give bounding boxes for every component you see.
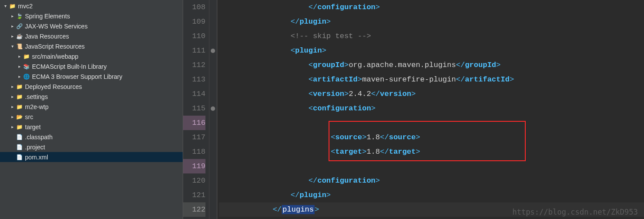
tree-item[interactable]: ▸📂src [0,112,183,122]
chevron-right-icon[interactable]: ▸ [17,64,22,69]
tree-item[interactable]: ▸📁target [0,122,183,132]
code-area[interactable]: </configuration> </plugin> <!-- skip tes… [217,0,644,219]
tree-item-label: Deployed Resources [25,83,82,90]
code-line[interactable]: <source>1.8</source> [219,130,644,145]
chevron-right-icon[interactable]: ▸ [17,54,22,59]
code-line[interactable]: <groupId>org.apache.maven.plugins</group… [219,58,644,72]
xml-icon: 📄 [16,154,23,161]
proj-icon: 📁 [9,3,16,10]
token-bracket: > [416,148,420,156]
line-number: 108 [183,0,205,14]
chevron-right-icon[interactable]: ▸ [10,24,15,29]
tree-item-label: ECMAScript Built-In Library [32,63,106,70]
chevron-right-icon[interactable]: ▸ [10,104,15,110]
code-line[interactable]: <!-- skip test --> [219,29,644,43]
token-bracket: < [331,133,335,141]
token-bracket: > [510,75,514,84]
chevron-right-icon[interactable]: ▸ [10,124,15,130]
token-tag: plugin [300,191,326,199]
code-line[interactable]: </plugin> [219,14,644,29]
token-bracket: < [308,75,313,84]
code-line[interactable]: <configuration> [219,101,644,116]
tree-item[interactable]: ▸📁.settings [0,92,183,102]
token-bracket: </ [371,90,380,98]
line-number: 111 [183,43,205,58]
tree-item-label: m2e-wtp [25,103,49,110]
chevron-down-icon[interactable]: ▾ [3,4,8,9]
line-number: 119 [183,159,205,173]
tree-item[interactable]: ▸📁Deployed Resources [0,81,183,92]
token-tag: configuration [317,177,375,185]
code-editor[interactable]: 1081091101111121131141151161171181191201… [183,0,644,219]
tree-item[interactable]: ▾📜JavaScript Resources [0,41,183,51]
tree-item[interactable]: ▸🌐ECMA 3 Browser Support Library [0,71,183,81]
tree-item-label: mvc2 [18,3,32,10]
code-line[interactable]: </configuration> [219,0,644,14]
token-tag: version [380,90,411,98]
chevron-down-icon[interactable]: ▾ [10,44,15,49]
token-tag: groupId [313,61,344,69]
folder-icon: 📁 [16,93,23,100]
gutter-marker-icon [211,49,215,53]
code-line[interactable] [219,159,644,173]
code-line[interactable]: <artifactId>maven-surefire-plugin</artif… [219,72,644,87]
line-number: 110 [183,29,205,43]
code-line[interactable]: </build> [219,217,644,219]
token-bracket: </ [290,191,299,199]
lib-icon: 📚 [23,63,30,70]
token-bracket: > [375,177,380,185]
chevron-right-icon[interactable]: ▸ [10,94,15,99]
line-number: 120 [183,173,205,188]
token-bracket: < [308,61,313,69]
token-bracket: > [344,61,349,69]
code-line[interactable]: </configuration> [219,173,644,188]
code-line[interactable] [219,116,644,130]
js-icon: 📜 [16,43,23,50]
token-bracket: </ [380,148,389,156]
line-number: 109 [183,14,205,29]
tree-item[interactable]: 📄pom.xml [0,152,183,162]
token-bracket: </ [308,3,317,11]
token-tag: plugin [295,46,322,55]
chevron-right-icon[interactable]: ▸ [10,84,15,89]
line-number: 115 [183,101,205,116]
chevron-right-icon[interactable]: ▸ [10,34,15,39]
token-bracket: > [416,133,420,141]
tree-item-label: target [25,124,41,131]
tree-item[interactable]: 📄.classpath [0,132,183,142]
tree-item-label: .settings [25,93,48,100]
code-line[interactable]: <plugin> [219,43,644,58]
tree-item[interactable]: ▸📚ECMAScript Built-In Library [0,61,183,71]
token-tag: version [313,90,344,98]
tree-item[interactable]: 📄.project [0,142,183,152]
token-tag: target [335,148,362,156]
token-bracket: < [331,148,335,156]
token-bracket: > [315,205,319,214]
chevron-right-icon[interactable]: ▸ [17,74,22,79]
token-bracket: </ [456,61,465,69]
chevron-right-icon[interactable]: ▸ [10,114,15,120]
token-text: 1.8 [367,148,380,156]
tree-item[interactable]: ▸🔗JAX-WS Web Services [0,21,183,31]
tree-item-label: Java Resources [25,33,69,40]
tree-item[interactable]: ▸☕Java Resources [0,31,183,41]
tree-item[interactable]: ▸📁src/main/webapp [0,51,183,61]
tree-item[interactable]: ▸🍃Spring Elements [0,11,183,21]
line-number: 118 [183,145,205,159]
tree-item[interactable]: ▾📁mvc2 [0,1,183,11]
tree-item-label: src/main/webapp [32,53,78,60]
token-bracket: </ [290,18,299,26]
code-line[interactable]: <target>1.8</target> [219,145,644,159]
token-text: org.apache.maven.plugins [349,61,456,69]
project-explorer[interactable]: ▾📁mvc2▸🍃Spring Elements▸🔗JAX-WS Web Serv… [0,0,183,219]
token-tag: target [389,148,416,156]
folder-icon: 📁 [16,83,23,90]
token-bracket: > [375,3,380,11]
chevron-right-icon[interactable]: ▸ [10,14,15,19]
jax-icon: 🔗 [16,23,23,30]
token-tag: plugin [300,18,326,26]
tree-item[interactable]: ▸📁m2e-wtp [0,102,183,112]
code-line[interactable]: <version>2.4.2</version> [219,87,644,101]
file-icon: 📄 [16,144,23,151]
code-line[interactable]: </plugin> [219,188,644,202]
